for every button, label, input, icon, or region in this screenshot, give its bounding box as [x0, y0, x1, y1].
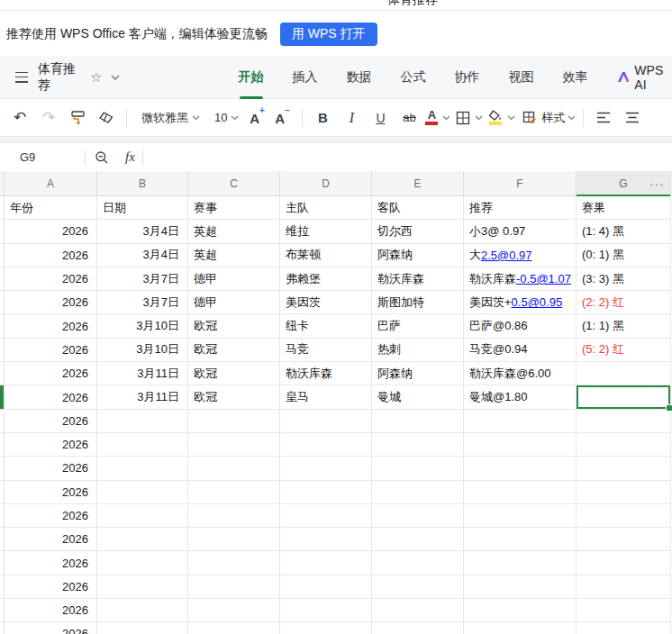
ribbon-tab-6[interactable]: 视图 — [509, 69, 534, 86]
cell-C5[interactable]: 德甲 — [188, 291, 280, 314]
cell-D7[interactable]: 马竞 — [280, 339, 372, 362]
cell-F1[interactable]: 推荐 — [464, 196, 577, 220]
cell-C7[interactable]: 欧冠 — [188, 339, 280, 362]
cell-G11[interactable] — [577, 433, 671, 457]
cell-G2[interactable]: (1: 4) 黑 — [577, 220, 671, 243]
cell-E6[interactable]: 巴萨 — [372, 314, 464, 338]
cell-F4[interactable]: 勒沃库森-0.5@1.07 — [464, 267, 577, 291]
cell-E15[interactable] — [372, 528, 464, 551]
cell-C11[interactable] — [188, 433, 280, 457]
column-header-E[interactable]: E — [372, 171, 464, 196]
cell-E4[interactable]: 勒沃库森 — [372, 267, 464, 291]
cell-C6[interactable]: 欧冠 — [188, 314, 280, 338]
cell-A7[interactable]: 2026 — [5, 339, 97, 362]
cell-E14[interactable] — [372, 504, 464, 528]
cell-styles-button[interactable]: 样式 — [522, 104, 576, 131]
borders-button[interactable] — [456, 104, 483, 131]
cell-styles-chevron-down-icon[interactable] — [568, 115, 576, 121]
borders-chevron-down-icon[interactable] — [475, 115, 483, 121]
cell-E19[interactable] — [372, 622, 464, 634]
cell-F7[interactable]: 马竞@0.94 — [464, 339, 577, 362]
underline-button[interactable]: U — [368, 104, 393, 131]
name-box[interactable]: G9 — [20, 150, 85, 164]
cell-A1[interactable]: 年份 — [5, 196, 97, 220]
strikethrough-button[interactable]: ab — [396, 104, 422, 131]
cell-G9[interactable] — [577, 385, 671, 409]
cell-F18[interactable] — [464, 599, 577, 622]
cell-E8[interactable]: 阿森纳 — [372, 362, 464, 385]
cell-C9[interactable]: 欧冠 — [188, 385, 280, 409]
cell-F17[interactable] — [464, 575, 577, 599]
format-painter-button[interactable] — [65, 104, 90, 131]
cell-D17[interactable] — [280, 575, 372, 599]
open-in-wps-button[interactable]: 用 WPS 打开 — [280, 23, 377, 46]
ribbon-tab-4[interactable]: 公式 — [401, 69, 426, 86]
cell-B6[interactable]: 3月10日 — [97, 314, 188, 338]
cell-C14[interactable] — [188, 504, 280, 528]
cell-D4[interactable]: 弗赖堡 — [280, 267, 372, 291]
cell-E18[interactable] — [372, 599, 464, 622]
cell-F3[interactable]: 大2.5@0.97 — [464, 244, 577, 267]
font-color-chevron-down-icon[interactable] — [442, 115, 450, 121]
cell-D12[interactable] — [280, 457, 372, 480]
cell-G19[interactable] — [577, 622, 671, 634]
cell-F2[interactable]: 小3@ 0.97 — [464, 220, 577, 243]
cell-F8[interactable]: 勒沃库森@6.00 — [464, 362, 577, 385]
cell-F9[interactable]: 曼城@1.80 — [464, 385, 577, 409]
ribbon-tab-7[interactable]: 效率 — [563, 69, 588, 86]
cell-C16[interactable] — [188, 551, 280, 575]
cell-A19[interactable]: 2026 — [5, 622, 97, 634]
cell-F15[interactable] — [464, 528, 577, 551]
align-left-button[interactable] — [591, 104, 616, 131]
cell-G15[interactable] — [577, 528, 671, 551]
cell-A15[interactable]: 2026 — [5, 528, 97, 551]
font-name-select[interactable]: 微软雅黑 — [134, 104, 200, 131]
cell-C13[interactable] — [188, 481, 280, 504]
column-header-A[interactable]: A — [5, 171, 97, 196]
cell-A2[interactable]: 2026 — [5, 220, 97, 243]
cell-D15[interactable] — [280, 528, 372, 551]
cell-F10[interactable] — [464, 410, 577, 433]
cell-G7[interactable]: (5: 2) 红 — [577, 339, 671, 362]
more-columns-button[interactable]: ··· — [649, 171, 665, 195]
tip-hyperlink[interactable]: 0.5@0.95 — [512, 295, 563, 309]
cell-C15[interactable] — [188, 528, 280, 551]
cell-A8[interactable]: 2026 — [5, 362, 97, 385]
cell-E2[interactable]: 切尔西 — [372, 220, 464, 243]
cell-A13[interactable]: 2026 — [5, 481, 97, 504]
cell-F19[interactable] — [464, 622, 577, 634]
cell-B1[interactable]: 日期 — [97, 196, 188, 220]
cell-E16[interactable] — [372, 551, 464, 575]
cell-E17[interactable] — [372, 575, 464, 599]
cell-G17[interactable] — [577, 575, 671, 599]
cell-A11[interactable]: 2026 — [5, 433, 97, 457]
cell-E10[interactable] — [372, 410, 464, 433]
cell-F14[interactable] — [464, 504, 577, 528]
cell-G13[interactable] — [577, 481, 671, 504]
cell-B15[interactable] — [97, 528, 188, 551]
cell-A10[interactable]: 2026 — [5, 410, 97, 433]
cell-B11[interactable] — [97, 433, 188, 457]
cell-A3[interactable]: 2026 — [5, 244, 97, 267]
cell-G4[interactable]: (3: 3) 黑 — [577, 267, 671, 291]
cell-G12[interactable] — [577, 457, 671, 480]
column-header-C[interactable]: C — [188, 171, 280, 196]
decrease-font-button[interactable]: A− — [269, 104, 295, 131]
cell-C4[interactable]: 德甲 — [188, 267, 280, 291]
cell-D19[interactable] — [280, 622, 372, 634]
cell-G1[interactable]: 赛果 — [577, 196, 671, 220]
fill-color-chevron-down-icon[interactable] — [507, 115, 515, 121]
cell-B3[interactable]: 3月4日 — [97, 244, 188, 267]
cell-A5[interactable]: 2026 — [5, 291, 97, 314]
bold-button[interactable]: B — [310, 104, 335, 131]
italic-button[interactable]: I — [339, 104, 364, 131]
cell-C3[interactable]: 英超 — [188, 244, 280, 267]
cell-C19[interactable] — [188, 622, 280, 634]
cell-D16[interactable] — [280, 551, 372, 575]
cell-G18[interactable] — [577, 599, 671, 622]
favorite-star-icon[interactable]: ☆ — [90, 70, 102, 84]
cell-B8[interactable]: 3月11日 — [97, 362, 188, 385]
cell-B17[interactable] — [97, 575, 188, 599]
cell-B5[interactable]: 3月7日 — [97, 291, 188, 314]
cell-G3[interactable]: (0: 1) 黑 — [577, 244, 671, 267]
